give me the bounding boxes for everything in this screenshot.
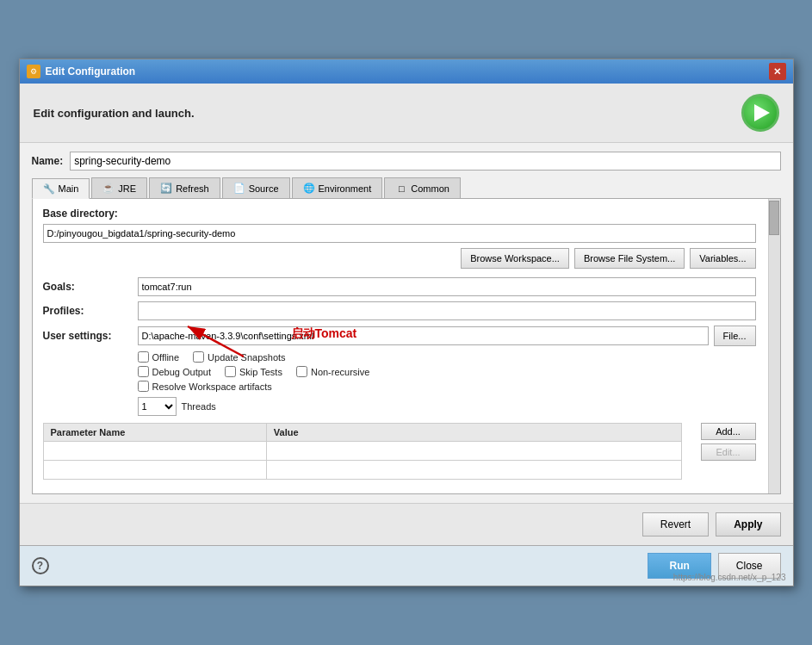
dialog-icon: ⚙ <box>27 65 40 78</box>
debug-output-checkbox[interactable] <box>138 366 149 377</box>
base-directory-input[interactable] <box>43 224 756 243</box>
resolve-workspace-label: Resolve Workspace artifacts <box>152 381 272 392</box>
params-table-container: Parameter Name Value <box>43 423 696 485</box>
title-bar: ⚙ Edit Configuration ✕ <box>20 59 793 84</box>
goals-row: Goals: <box>43 277 770 296</box>
title-bar-left: ⚙ Edit Configuration <box>27 65 136 78</box>
threads-label: Threads <box>182 401 216 412</box>
non-recursive-checkbox[interactable] <box>296 366 307 377</box>
update-snapshots-label: Update Snapshots <box>208 352 286 363</box>
scrollbar-thumb[interactable] <box>769 201 779 235</box>
run-icon-button[interactable] <box>741 94 779 132</box>
checkbox-row-2: Debug Output Skip Tests Non-recursive <box>138 366 770 377</box>
base-directory-label: Base directory: <box>43 208 770 220</box>
tab-refresh-label: Refresh <box>176 183 209 194</box>
goals-input[interactable] <box>138 277 756 296</box>
source-tab-icon: 📄 <box>233 183 245 195</box>
edit-configuration-dialog: ⚙ Edit Configuration ✕ Edit configuratio… <box>19 59 794 586</box>
resolve-workspace-checkbox[interactable] <box>138 381 149 392</box>
tab-common[interactable]: □ Common <box>384 177 461 198</box>
checkbox-row-1: Offline Update Snapshots <box>138 351 770 363</box>
bottom-bar: ? Run Close https://blog.csdn.net/x_p_12… <box>20 545 793 586</box>
tab-main[interactable]: 🔧 Main <box>32 178 90 199</box>
tab-common-label: Common <box>411 183 449 194</box>
profiles-input[interactable] <box>138 301 756 320</box>
tab-source[interactable]: 📄 Source <box>222 177 290 198</box>
table-cell-value <box>266 461 681 480</box>
environment-tab-icon: 🌐 <box>303 183 315 195</box>
scrollbar[interactable] <box>768 199 780 493</box>
params-table: Parameter Name Value <box>43 423 682 480</box>
variables-button[interactable]: Variables... <box>690 248 755 269</box>
params-row: Parameter Name Value <box>43 423 770 485</box>
table-action-buttons: Add... Edit... <box>701 423 756 461</box>
browse-workspace-button[interactable]: Browse Workspace... <box>461 248 569 269</box>
offline-checkbox-label[interactable]: Offline <box>138 351 180 363</box>
edit-button[interactable]: Edit... <box>701 443 756 461</box>
file-button[interactable]: File... <box>714 326 756 346</box>
table-row <box>43 442 681 461</box>
dialog-header-title: Edit configuration and launch. <box>34 107 195 120</box>
skip-tests-label: Skip Tests <box>239 367 282 377</box>
tab-refresh[interactable]: 🔄 Refresh <box>149 177 220 198</box>
common-tab-icon: □ <box>395 183 407 195</box>
main-panel: Base directory: Browse Workspace... Brow… <box>32 199 781 494</box>
threads-select[interactable]: 1 2 4 <box>138 397 177 416</box>
browse-filesystem-button[interactable]: Browse File System... <box>574 248 685 269</box>
table-row <box>43 461 681 480</box>
non-recursive-label: Non-recursive <box>311 367 369 377</box>
tab-environment[interactable]: 🌐 Environment <box>292 177 383 198</box>
profiles-label: Profiles: <box>43 305 138 317</box>
add-button[interactable]: Add... <box>701 423 756 440</box>
update-snapshots-checkbox[interactable] <box>193 351 204 363</box>
tab-jre-label: JRE <box>118 183 136 194</box>
name-label: Name: <box>32 155 64 167</box>
table-cell-name <box>43 461 266 480</box>
revert-button[interactable]: Revert <box>642 512 709 536</box>
apply-button[interactable]: Apply <box>716 512 780 536</box>
checkbox-row-3: Resolve Workspace artifacts <box>138 381 770 392</box>
params-col-name: Parameter Name <box>43 424 266 442</box>
debug-output-label: Debug Output <box>152 367 212 377</box>
name-input[interactable] <box>70 152 780 171</box>
name-row: Name: <box>32 152 781 171</box>
user-settings-row: User settings: File... <box>43 326 770 346</box>
jre-tab-icon: ☕ <box>102 183 115 195</box>
dialog-title: Edit Configuration <box>46 65 136 78</box>
goals-label: Goals: <box>43 281 138 293</box>
browse-buttons-row: Browse Workspace... Browse File System..… <box>43 248 770 269</box>
checkboxes-section: Offline Update Snapshots Debug Output Sk… <box>43 351 770 392</box>
dialog-footer: Revert Apply <box>20 503 793 545</box>
table-cell-name <box>43 442 266 461</box>
tab-source-label: Source <box>249 183 279 194</box>
close-button[interactable]: ✕ <box>769 63 786 80</box>
debug-output-checkbox-label[interactable]: Debug Output <box>138 366 212 377</box>
dialog-body: Name: 🔧 Main ☕ JRE 🔄 Refresh 📄 Source � <box>20 143 793 503</box>
user-settings-input[interactable] <box>138 326 709 345</box>
tab-main-label: Main <box>59 183 79 194</box>
user-settings-label: User settings: <box>43 330 138 342</box>
profiles-row: Profiles: <box>43 301 770 320</box>
offline-label: Offline <box>152 352 180 363</box>
offline-checkbox[interactable] <box>138 351 149 363</box>
tab-environment-label: Environment <box>319 183 372 194</box>
tab-jre[interactable]: ☕ JRE <box>91 177 147 198</box>
refresh-tab-icon: 🔄 <box>160 183 172 195</box>
main-tab-icon: 🔧 <box>43 183 55 195</box>
tabs-bar: 🔧 Main ☕ JRE 🔄 Refresh 📄 Source 🌐 Enviro… <box>32 177 781 199</box>
watermark-text: https://blog.csdn.net/x_p_123 <box>673 573 786 582</box>
update-snapshots-checkbox-label[interactable]: Update Snapshots <box>193 351 286 363</box>
table-cell-value <box>266 442 681 461</box>
threads-row: 1 2 4 Threads <box>43 397 770 416</box>
help-icon[interactable]: ? <box>32 557 49 574</box>
skip-tests-checkbox-label[interactable]: Skip Tests <box>225 366 282 377</box>
skip-tests-checkbox[interactable] <box>225 366 236 377</box>
non-recursive-checkbox-label[interactable]: Non-recursive <box>296 366 369 377</box>
params-col-value: Value <box>266 424 681 442</box>
resolve-workspace-checkbox-label[interactable]: Resolve Workspace artifacts <box>138 381 272 392</box>
dialog-header: Edit configuration and launch. <box>20 84 793 143</box>
